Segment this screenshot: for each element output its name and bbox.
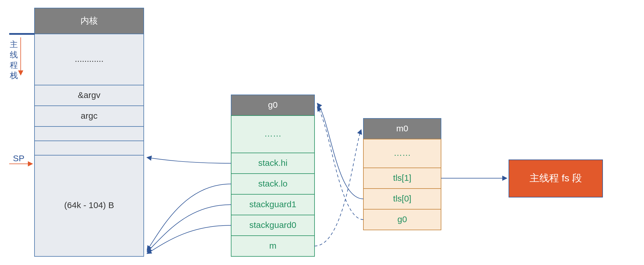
g0-stack-hi: stack.hi: [258, 158, 288, 168]
g0-column: g0 …… stack.hi stack.lo stackguard1 stac…: [231, 95, 315, 256]
m0-tls1: tls[1]: [393, 173, 411, 183]
g0-ellipsis: ……: [264, 129, 281, 138]
stack-body-label: (64k - 104) B: [64, 200, 114, 210]
g0-m: m: [269, 241, 277, 250]
svg-text:栈: 栈: [9, 71, 18, 80]
svg-rect-4: [34, 126, 144, 141]
svg-text:程: 程: [10, 61, 18, 70]
fs-segment: 主线程 fs 段: [509, 160, 603, 197]
arrow-guard1: [147, 205, 231, 252]
stack-ellipsis: ............: [75, 54, 103, 64]
g0-stackguard0: stackguard0: [249, 220, 296, 230]
arrow-stackhi: [147, 158, 231, 163]
stack-column: 内核 ............ &argv argc (64k - 104) B: [34, 8, 144, 256]
svg-rect-5: [34, 141, 144, 155]
svg-text:SP: SP: [13, 153, 24, 163]
g0-stackguard1: stackguard1: [249, 199, 296, 209]
stack-header: 内核: [80, 16, 98, 25]
svg-text:线: 线: [10, 50, 18, 59]
m0-ellipsis: ……: [394, 148, 411, 158]
arrow-stacklo: [147, 184, 231, 250]
m0-header: m0: [396, 124, 408, 133]
m0-tls0: tls[0]: [393, 194, 411, 203]
fs-label: 主线程 fs 段: [530, 172, 582, 183]
stack-argc: argc: [81, 111, 97, 120]
arrow-m0-g0-to-g0: [317, 107, 363, 220]
m0-column: m0 …… tls[1] tls[0] g0: [363, 118, 441, 230]
sp-pointer: SP: [9, 153, 32, 164]
side-label: 主 线 程 栈: [9, 34, 34, 80]
diagram-root: 内核 ............ &argv argc (64k - 104) B…: [0, 0, 644, 265]
arrow-guard0: [147, 225, 231, 254]
g0-stack-lo: stack.lo: [258, 179, 288, 188]
g0-header: g0: [268, 100, 277, 110]
svg-text:主: 主: [10, 40, 18, 49]
arrow-g0-m-to-m0: [315, 130, 361, 246]
m0-g0: g0: [397, 214, 407, 224]
stack-argv: &argv: [78, 90, 100, 100]
